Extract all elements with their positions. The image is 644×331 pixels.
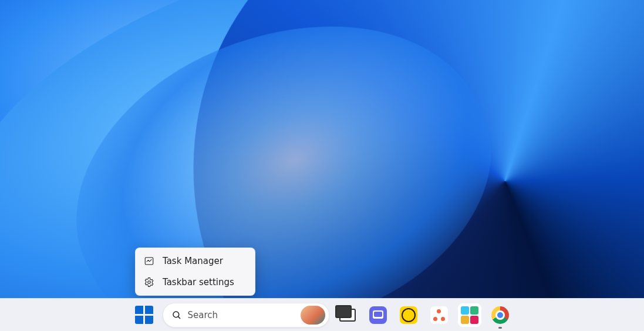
- chrome-icon: [491, 306, 509, 324]
- context-item-task-manager[interactable]: Task Manager: [138, 250, 252, 272]
- yellow-circle-app-icon: [400, 306, 417, 324]
- context-item-label: Task Manager: [163, 256, 223, 266]
- teams-icon: [369, 306, 387, 324]
- windows-logo-icon: [135, 306, 153, 324]
- asana-icon: [430, 306, 448, 324]
- taskbar-app-slack[interactable]: [457, 303, 482, 327]
- search-box[interactable]: Search: [163, 303, 329, 327]
- taskbar[interactable]: Search: [0, 298, 644, 331]
- taskbar-app-asana[interactable]: [427, 303, 451, 327]
- svg-line-3: [178, 316, 180, 319]
- context-item-label: Taskbar settings: [163, 277, 234, 287]
- svg-point-1: [148, 281, 151, 284]
- taskbar-app-teams[interactable]: [366, 303, 390, 327]
- search-icon: [171, 310, 182, 320]
- task-view-button[interactable]: [335, 303, 360, 327]
- search-highlight-icon[interactable]: [301, 306, 325, 325]
- svg-point-2: [173, 312, 179, 317]
- start-button[interactable]: [132, 303, 157, 327]
- search-placeholder: Search: [188, 310, 295, 320]
- context-item-taskbar-settings[interactable]: Taskbar settings: [138, 272, 252, 293]
- task-view-icon: [339, 309, 356, 322]
- gear-icon: [144, 277, 154, 287]
- taskbar-app-chrome[interactable]: [488, 303, 512, 327]
- desktop-wallpaper[interactable]: [0, 0, 644, 331]
- taskbar-app-yellow[interactable]: [396, 303, 421, 327]
- task-manager-icon: [144, 256, 154, 266]
- taskbar-context-menu: Task Manager Taskbar settings: [135, 248, 255, 296]
- slack-icon: [458, 303, 481, 327]
